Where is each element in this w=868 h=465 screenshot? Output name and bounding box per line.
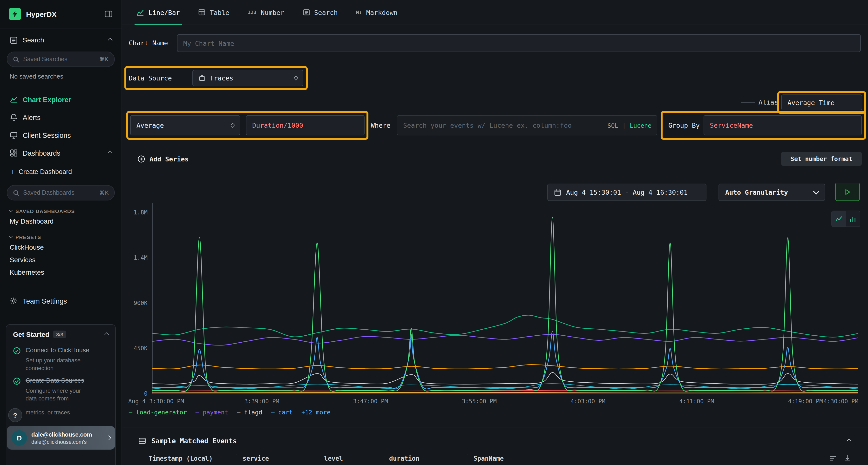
get-started-item[interactable]: Create Data Sources Configure where your…	[6, 372, 115, 403]
sidebar-collapse-icon[interactable]	[104, 10, 113, 18]
column-separator[interactable]	[383, 454, 383, 462]
sidebar-item-label: Alerts	[23, 113, 40, 121]
legend-item[interactable]: — flagd	[237, 409, 262, 416]
column-settings-icon[interactable]	[829, 455, 837, 464]
search-section-label: Search	[23, 36, 44, 44]
column-header[interactable]: level	[324, 455, 343, 462]
chevron-right-icon	[106, 435, 111, 440]
user-email: dale@clickhouse.com	[31, 431, 104, 438]
column-header[interactable]: service	[243, 455, 269, 462]
monitor-icon	[10, 131, 18, 139]
svg-text:900K: 900K	[133, 300, 148, 306]
preset-services[interactable]: Services	[0, 253, 122, 265]
chevron-up-icon[interactable]	[104, 332, 109, 337]
get-started-item-title: Create Data Sources	[26, 376, 91, 385]
events-table-header: Timestamp (Local) service level duration…	[122, 452, 868, 465]
svg-text:1.4M: 1.4M	[133, 255, 148, 261]
saved-searches-input[interactable]: Saved Searches ⌘K	[7, 52, 115, 67]
plus-icon: +	[10, 167, 15, 176]
svg-text:1.8M: 1.8M	[133, 209, 148, 216]
saved-dashboards-input[interactable]: Saved Dashboards ⌘K	[7, 185, 115, 200]
sidebar-item-my-dashboard[interactable]: My Dashboard	[0, 214, 122, 227]
data-source-value: Traces	[210, 74, 234, 82]
sample-events-header[interactable]: Sample Matched Events	[122, 433, 868, 449]
svg-text:4:30:00 PM: 4:30:00 PM	[824, 398, 859, 405]
tab-markdown[interactable]: M↓ Markdown	[356, 0, 398, 25]
sidebar-item-client-sessions[interactable]: Client Sessions	[0, 126, 122, 144]
chevron-up-icon[interactable]	[846, 438, 851, 443]
table-icon	[198, 9, 206, 16]
get-started-item[interactable]: Connect to ClickHouse Set up your databa…	[6, 342, 115, 372]
download-icon[interactable]	[843, 455, 851, 464]
presets-header[interactable]: PRESETS	[0, 227, 122, 240]
briefcase-icon	[199, 75, 206, 81]
column-header[interactable]: Timestamp (Local)	[149, 455, 213, 462]
column-separator[interactable]	[318, 454, 318, 462]
data-source-select[interactable]: Traces	[192, 70, 303, 86]
svg-text:Aug 4 3:30:00 PM: Aug 4 3:30:00 PM	[128, 398, 184, 405]
aggregation-operator-select[interactable]: Average	[130, 115, 240, 135]
chart-name-input[interactable]	[177, 34, 861, 52]
bell-icon	[10, 113, 18, 122]
get-started-item-subtitle: Configure where your data comes from	[26, 387, 91, 403]
legend-item[interactable]: — cart	[271, 409, 293, 416]
chart-name-label: Chart Name	[129, 34, 168, 52]
alias-input[interactable]	[781, 94, 862, 110]
add-series-button[interactable]: Add Series	[137, 153, 189, 165]
tab-line-bar[interactable]: Line/Bar	[136, 0, 180, 25]
sidebar-item-label: Dashboards	[23, 149, 60, 157]
chart-line-icon	[10, 95, 18, 104]
user-menu[interactable]: D dale@clickhouse.com dale@clickhouse.co…	[7, 426, 115, 450]
tab-table[interactable]: Table	[198, 0, 229, 25]
lucene-toggle[interactable]: Lucene	[630, 122, 651, 129]
sidebar-item-alerts[interactable]: Alerts	[0, 108, 122, 126]
set-number-format-button[interactable]: Set number format	[781, 152, 862, 166]
group-by-input[interactable]	[704, 115, 862, 135]
column-header[interactable]: SpanName	[473, 455, 504, 462]
saved-dashboards-placeholder: Saved Dashboards	[23, 189, 74, 196]
shortcut-badge: ⌘K	[99, 56, 108, 63]
help-button[interactable]: ?	[8, 408, 22, 422]
aggregation-field-input[interactable]	[246, 115, 365, 135]
sql-toggle[interactable]: SQL	[607, 122, 618, 129]
sidebar-item-label: Chart Explorer	[23, 96, 71, 103]
divider	[122, 427, 868, 427]
sidebar: HyperDX Search Saved Searches ⌘K No save…	[0, 0, 122, 465]
svg-text:4:11:00 PM: 4:11:00 PM	[679, 398, 714, 405]
where-input-wrap: SQL | Lucene	[397, 115, 657, 135]
get-started-item-title: Connect to ClickHouse	[26, 346, 91, 355]
sidebar-item-team-settings[interactable]: Team Settings	[0, 292, 122, 310]
sidebar-item-label: Team Settings	[23, 297, 67, 305]
create-dashboard-button[interactable]: + Create Dashboard	[0, 165, 122, 178]
list-icon	[303, 9, 310, 16]
get-started-item[interactable]: metrics, or traces	[6, 403, 115, 417]
events-table-icon	[138, 437, 146, 445]
timeseries-chart: 0450K900K1.4M1.8MAug 4 3:30:00 PM3:39:00…	[122, 188, 868, 407]
chart-legend: — load-generator— payment— flagd— cart +…	[129, 409, 330, 416]
data-source-label: Data Source	[129, 70, 172, 86]
legend-more-link[interactable]: +12 more	[301, 409, 330, 416]
tab-number[interactable]: 123 Number	[248, 0, 284, 25]
column-header[interactable]: duration	[389, 455, 419, 462]
svg-text:450K: 450K	[133, 345, 148, 352]
svg-text:4:19:00 PM: 4:19:00 PM	[788, 398, 823, 405]
sidebar-item-chart-explorer[interactable]: Chart Explorer	[0, 91, 122, 108]
sidebar-section-search[interactable]: Search	[0, 30, 122, 49]
column-separator[interactable]	[467, 454, 468, 462]
aggregation-operator-value: Average	[136, 122, 164, 129]
preset-clickhouse[interactable]: ClickHouse	[0, 240, 122, 253]
no-saved-searches-text: No saved searches	[0, 67, 122, 80]
preset-kubernetes[interactable]: Kubernetes	[0, 265, 122, 277]
get-started-item-tail: metrics, or traces	[26, 409, 91, 417]
dashboard-grid-icon	[10, 149, 18, 157]
sidebar-item-dashboards[interactable]: Dashboards	[0, 144, 122, 162]
toggle-separator: |	[622, 122, 626, 129]
saved-dashboards-header[interactable]: SAVED DASHBOARDS	[0, 200, 122, 214]
legend-item[interactable]: — payment	[195, 409, 228, 416]
main-content: Line/Bar Table 123 Number Search M↓ Mark…	[122, 0, 868, 465]
column-separator[interactable]	[236, 454, 237, 462]
legend-item[interactable]: — load-generator	[129, 409, 187, 416]
tab-search[interactable]: Search	[303, 0, 338, 25]
svg-text:3:55:00 PM: 3:55:00 PM	[462, 398, 497, 405]
divider	[0, 28, 122, 28]
